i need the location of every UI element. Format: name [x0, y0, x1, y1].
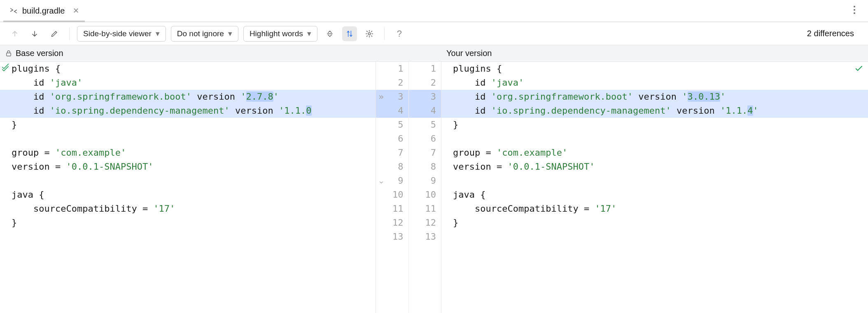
line-number: 6 — [376, 132, 408, 146]
arrow-down-icon — [30, 30, 39, 38]
code-line[interactable]: } — [441, 118, 868, 132]
line-number: 12 — [376, 216, 408, 230]
base-line-numbers: 123»45678910111213 — [376, 62, 408, 313]
code-line[interactable]: java { — [0, 188, 376, 202]
your-version-label: Your version — [446, 49, 492, 58]
code-line[interactable]: plugins { — [441, 62, 868, 76]
code-line[interactable]: group = 'com.example' — [441, 146, 868, 160]
accept-change-icon[interactable]: » — [378, 90, 384, 104]
line-number: 5 — [409, 118, 441, 132]
line-number: 1 — [376, 62, 408, 76]
code-line[interactable] — [0, 132, 376, 146]
svg-point-0 — [854, 6, 855, 7]
code-line[interactable]: id 'org.springframework.boot' version '2… — [0, 90, 376, 104]
sync-scroll-button[interactable] — [342, 26, 357, 41]
code-line[interactable]: id 'java' — [441, 76, 868, 90]
your-code-pane[interactable]: plugins { id 'java' id 'org.springframew… — [441, 62, 868, 313]
sync-scroll-icon — [345, 30, 354, 38]
line-number: 6 — [409, 132, 441, 146]
line-number: 2 — [376, 76, 408, 90]
line-number: 11 — [409, 202, 441, 216]
separator — [69, 28, 70, 40]
code-line[interactable]: version = '0.0.1-SNAPSHOT' — [441, 160, 868, 174]
your-line-numbers: 12345678910111213 — [408, 62, 441, 313]
tab-label: build.gradle — [22, 6, 65, 16]
arrow-up-icon — [11, 30, 19, 38]
code-line[interactable]: id 'java' — [0, 76, 376, 90]
code-line[interactable]: plugins { — [0, 62, 376, 76]
line-number: 10 — [376, 188, 408, 202]
line-number: 9 — [376, 174, 408, 188]
line-number: 4 — [376, 104, 408, 118]
line-number: 1 — [409, 62, 441, 76]
line-number: 13 — [409, 230, 441, 244]
ignore-mode-label: Do not ignore — [177, 29, 224, 38]
lock-icon — [5, 50, 12, 57]
code-line[interactable]: } — [0, 118, 376, 132]
svg-rect-5 — [7, 53, 11, 56]
prev-diff-button[interactable] — [7, 26, 22, 41]
code-line[interactable] — [441, 174, 868, 188]
code-line[interactable]: id 'io.spring.dependency-management' ver… — [441, 104, 868, 118]
diff-toolbar: Side-by-side viewer ▾ Do not ignore ▾ Hi… — [0, 22, 868, 45]
separator — [384, 28, 385, 40]
base-version-label: Base version — [16, 49, 63, 58]
diff-viewer: plugins { id 'java' id 'org.springframew… — [0, 62, 868, 313]
line-number: 3 — [409, 90, 441, 104]
svg-point-4 — [368, 33, 370, 35]
code-line[interactable]: sourceCompatibility = '17' — [441, 202, 868, 216]
code-line[interactable]: } — [0, 216, 376, 230]
next-diff-button[interactable] — [27, 26, 42, 41]
edit-button[interactable] — [47, 26, 62, 41]
line-number: 9 — [409, 174, 441, 188]
chevron-down-icon: ▾ — [228, 29, 232, 38]
more-options-icon[interactable] — [844, 5, 865, 16]
line-number: 8 — [376, 160, 408, 174]
your-version-header: Your version — [441, 45, 868, 61]
line-number: 2 — [409, 76, 441, 90]
tab-build-gradle[interactable]: build.gradle ✕ — [3, 0, 85, 21]
code-line[interactable]: sourceCompatibility = '17' — [0, 202, 376, 216]
line-number: 7 — [409, 146, 441, 160]
chevron-down-icon: ▾ — [156, 29, 160, 38]
base-code-pane[interactable]: plugins { id 'java' id 'org.springframew… — [0, 62, 376, 313]
line-number-gutter: 123»45678910111213 12345678910111213 — [376, 62, 441, 313]
gear-icon — [365, 30, 373, 38]
code-line[interactable]: id 'org.springframework.boot' version '3… — [441, 90, 868, 104]
code-line[interactable]: id 'io.spring.dependency-management' ver… — [0, 104, 376, 118]
help-button[interactable]: ? — [392, 26, 407, 41]
code-line[interactable] — [441, 230, 868, 244]
chevron-down-icon: ▾ — [307, 29, 311, 38]
svg-point-1 — [854, 9, 855, 11]
line-number: 12 — [409, 216, 441, 230]
line-number: 13 — [376, 230, 408, 244]
code-line[interactable] — [441, 132, 868, 146]
settings-button[interactable] — [362, 26, 377, 41]
highlight-mode-label: Highlight words — [250, 29, 303, 38]
pencil-icon — [50, 30, 58, 38]
code-line[interactable] — [0, 174, 376, 188]
line-number: 5 — [376, 118, 408, 132]
file-gradle-icon — [9, 6, 18, 15]
help-icon: ? — [397, 28, 402, 39]
collapse-unchanged-button[interactable] — [322, 26, 337, 41]
code-line[interactable]: } — [441, 216, 868, 230]
viewer-mode-dropdown[interactable]: Side-by-side viewer ▾ — [77, 26, 166, 42]
base-version-header: Base version — [0, 45, 441, 61]
ignore-mode-dropdown[interactable]: Do not ignore ▾ — [171, 26, 238, 42]
fold-icon[interactable] — [378, 175, 384, 189]
diff-count-label: 2 differences — [807, 29, 861, 38]
close-icon[interactable]: ✕ — [73, 6, 79, 15]
code-line[interactable]: group = 'com.example' — [0, 146, 376, 160]
line-number: 4 — [409, 104, 441, 118]
code-line[interactable] — [0, 230, 376, 244]
viewer-mode-label: Side-by-side viewer — [83, 29, 152, 38]
code-line[interactable]: java { — [441, 188, 868, 202]
editor-tab-bar: build.gradle ✕ — [0, 0, 868, 22]
line-number: 10 — [409, 188, 441, 202]
code-line[interactable]: version = '0.0.1-SNAPSHOT' — [0, 160, 376, 174]
version-header: Base version Your version — [0, 45, 868, 62]
line-number: 3» — [376, 90, 408, 104]
collapse-icon — [326, 30, 334, 38]
highlight-mode-dropdown[interactable]: Highlight words ▾ — [243, 26, 317, 42]
